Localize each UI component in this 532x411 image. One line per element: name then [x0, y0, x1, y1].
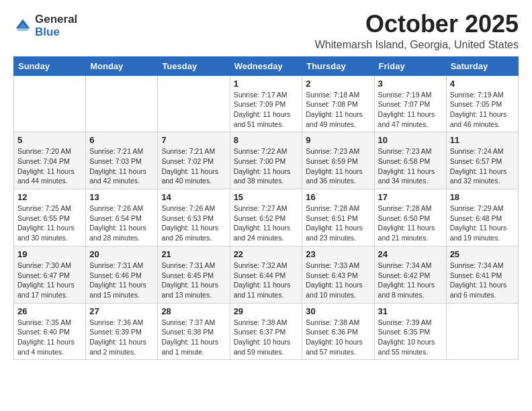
day-info: Sunrise: 7:39 AM Sunset: 6:35 PM Dayligh… [378, 318, 443, 357]
day-info: Sunrise: 7:27 AM Sunset: 6:52 PM Dayligh… [234, 203, 299, 243]
header-thursday: Thursday [302, 56, 374, 75]
day-number: 21 [161, 249, 226, 259]
table-row: 16Sunrise: 7:28 AM Sunset: 6:51 PM Dayli… [302, 189, 374, 246]
day-info: Sunrise: 7:23 AM Sunset: 6:58 PM Dayligh… [378, 146, 443, 186]
day-info: Sunrise: 7:21 AM Sunset: 7:03 PM Dayligh… [89, 146, 154, 186]
table-row: 29Sunrise: 7:38 AM Sunset: 6:37 PM Dayli… [230, 303, 302, 360]
day-info: Sunrise: 7:38 AM Sunset: 6:37 PM Dayligh… [234, 318, 299, 357]
day-info: Sunrise: 7:19 AM Sunset: 7:05 PM Dayligh… [450, 90, 515, 130]
table-row: 30Sunrise: 7:38 AM Sunset: 6:36 PM Dayli… [302, 303, 374, 360]
table-row: 2Sunrise: 7:18 AM Sunset: 7:08 PM Daylig… [302, 75, 374, 132]
table-row [158, 75, 230, 132]
table-row: 18Sunrise: 7:29 AM Sunset: 6:48 PM Dayli… [446, 189, 518, 246]
table-row: 8Sunrise: 7:22 AM Sunset: 7:00 PM Daylig… [230, 132, 302, 189]
header: General Blue October 2025 Whitemarsh Isl… [13, 11, 519, 51]
logo: General Blue [13, 13, 77, 38]
header-monday: Monday [86, 56, 158, 75]
calendar-week-row: 12Sunrise: 7:25 AM Sunset: 6:55 PM Dayli… [14, 189, 519, 246]
day-number: 18 [450, 192, 515, 202]
month-title: October 2025 [315, 11, 519, 38]
calendar-header-row: Sunday Monday Tuesday Wednesday Thursday… [14, 56, 519, 75]
day-info: Sunrise: 7:28 AM Sunset: 6:51 PM Dayligh… [306, 203, 370, 243]
table-row: 27Sunrise: 7:36 AM Sunset: 6:39 PM Dayli… [86, 303, 158, 360]
table-row: 3Sunrise: 7:19 AM Sunset: 7:07 PM Daylig… [374, 75, 446, 132]
day-info: Sunrise: 7:26 AM Sunset: 6:54 PM Dayligh… [89, 203, 154, 243]
calendar-week-row: 26Sunrise: 7:35 AM Sunset: 6:40 PM Dayli… [14, 303, 519, 360]
day-number: 15 [234, 192, 299, 202]
day-info: Sunrise: 7:18 AM Sunset: 7:08 PM Dayligh… [306, 90, 370, 130]
table-row: 7Sunrise: 7:21 AM Sunset: 7:02 PM Daylig… [158, 132, 230, 189]
calendar-week-row: 19Sunrise: 7:30 AM Sunset: 6:47 PM Dayli… [14, 246, 519, 303]
day-number: 13 [89, 192, 154, 202]
table-row: 6Sunrise: 7:21 AM Sunset: 7:03 PM Daylig… [86, 132, 158, 189]
table-row: 23Sunrise: 7:33 AM Sunset: 6:43 PM Dayli… [302, 246, 374, 303]
day-info: Sunrise: 7:36 AM Sunset: 6:39 PM Dayligh… [89, 318, 154, 357]
day-info: Sunrise: 7:19 AM Sunset: 7:07 PM Dayligh… [378, 90, 443, 130]
table-row: 13Sunrise: 7:26 AM Sunset: 6:54 PM Dayli… [86, 189, 158, 246]
day-info: Sunrise: 7:26 AM Sunset: 6:53 PM Dayligh… [161, 203, 226, 243]
day-info: Sunrise: 7:30 AM Sunset: 6:47 PM Dayligh… [17, 261, 82, 300]
table-row [14, 75, 86, 132]
day-info: Sunrise: 7:37 AM Sunset: 6:38 PM Dayligh… [161, 318, 226, 357]
day-number: 8 [234, 135, 299, 145]
day-number: 25 [450, 249, 515, 259]
logo-text: General Blue [35, 13, 77, 38]
table-row: 22Sunrise: 7:32 AM Sunset: 6:44 PM Dayli… [230, 246, 302, 303]
day-number: 28 [161, 306, 226, 316]
page-container: General Blue October 2025 Whitemarsh Isl… [0, 0, 532, 367]
logo-general-text: General [35, 13, 77, 26]
header-wednesday: Wednesday [230, 56, 302, 75]
day-info: Sunrise: 7:20 AM Sunset: 7:04 PM Dayligh… [17, 146, 82, 186]
day-number: 1 [234, 79, 299, 89]
title-block: October 2025 Whitemarsh Island, Georgia,… [315, 11, 519, 51]
day-number: 14 [161, 192, 226, 202]
table-row: 1Sunrise: 7:17 AM Sunset: 7:09 PM Daylig… [230, 75, 302, 132]
day-number: 29 [234, 306, 299, 316]
day-info: Sunrise: 7:34 AM Sunset: 6:41 PM Dayligh… [450, 261, 515, 300]
day-number: 11 [450, 135, 515, 145]
table-row: 10Sunrise: 7:23 AM Sunset: 6:58 PM Dayli… [374, 132, 446, 189]
day-number: 31 [378, 306, 443, 316]
day-number: 9 [306, 135, 370, 145]
table-row: 5Sunrise: 7:20 AM Sunset: 7:04 PM Daylig… [14, 132, 86, 189]
day-number: 5 [17, 135, 82, 145]
day-info: Sunrise: 7:32 AM Sunset: 6:44 PM Dayligh… [234, 261, 299, 300]
day-info: Sunrise: 7:35 AM Sunset: 6:40 PM Dayligh… [17, 318, 82, 357]
header-saturday: Saturday [446, 56, 518, 75]
day-number: 26 [17, 306, 82, 316]
day-number: 3 [378, 79, 443, 89]
calendar-week-row: 5Sunrise: 7:20 AM Sunset: 7:04 PM Daylig… [14, 132, 519, 189]
calendar-week-row: 1Sunrise: 7:17 AM Sunset: 7:09 PM Daylig… [14, 75, 519, 132]
day-number: 17 [378, 192, 443, 202]
day-info: Sunrise: 7:31 AM Sunset: 6:45 PM Dayligh… [161, 261, 226, 300]
table-row: 19Sunrise: 7:30 AM Sunset: 6:47 PM Dayli… [14, 246, 86, 303]
table-row: 14Sunrise: 7:26 AM Sunset: 6:53 PM Dayli… [158, 189, 230, 246]
day-info: Sunrise: 7:38 AM Sunset: 6:36 PM Dayligh… [306, 318, 370, 357]
header-tuesday: Tuesday [158, 56, 230, 75]
table-row: 26Sunrise: 7:35 AM Sunset: 6:40 PM Dayli… [14, 303, 86, 360]
table-row: 21Sunrise: 7:31 AM Sunset: 6:45 PM Dayli… [158, 246, 230, 303]
day-number: 27 [89, 306, 154, 316]
day-number: 22 [234, 249, 299, 259]
location-subtitle: Whitemarsh Island, Georgia, United State… [315, 39, 519, 51]
day-number: 10 [378, 135, 443, 145]
table-row: 31Sunrise: 7:39 AM Sunset: 6:35 PM Dayli… [374, 303, 446, 360]
table-row [446, 303, 518, 360]
table-row: 25Sunrise: 7:34 AM Sunset: 6:41 PM Dayli… [446, 246, 518, 303]
logo-blue-text: Blue [35, 26, 77, 39]
day-info: Sunrise: 7:29 AM Sunset: 6:48 PM Dayligh… [450, 203, 515, 243]
table-row: 28Sunrise: 7:37 AM Sunset: 6:38 PM Dayli… [158, 303, 230, 360]
table-row: 24Sunrise: 7:34 AM Sunset: 6:42 PM Dayli… [374, 246, 446, 303]
day-number: 16 [306, 192, 370, 202]
table-row: 17Sunrise: 7:28 AM Sunset: 6:50 PM Dayli… [374, 189, 446, 246]
day-info: Sunrise: 7:34 AM Sunset: 6:42 PM Dayligh… [378, 261, 443, 300]
day-info: Sunrise: 7:25 AM Sunset: 6:55 PM Dayligh… [17, 203, 82, 243]
day-number: 12 [17, 192, 82, 202]
day-number: 23 [306, 249, 370, 259]
day-info: Sunrise: 7:22 AM Sunset: 7:00 PM Dayligh… [234, 146, 299, 186]
day-info: Sunrise: 7:17 AM Sunset: 7:09 PM Dayligh… [234, 90, 299, 130]
day-number: 2 [306, 79, 370, 89]
day-number: 4 [450, 79, 515, 89]
logo-icon [13, 17, 32, 36]
day-info: Sunrise: 7:24 AM Sunset: 6:57 PM Dayligh… [450, 146, 515, 186]
